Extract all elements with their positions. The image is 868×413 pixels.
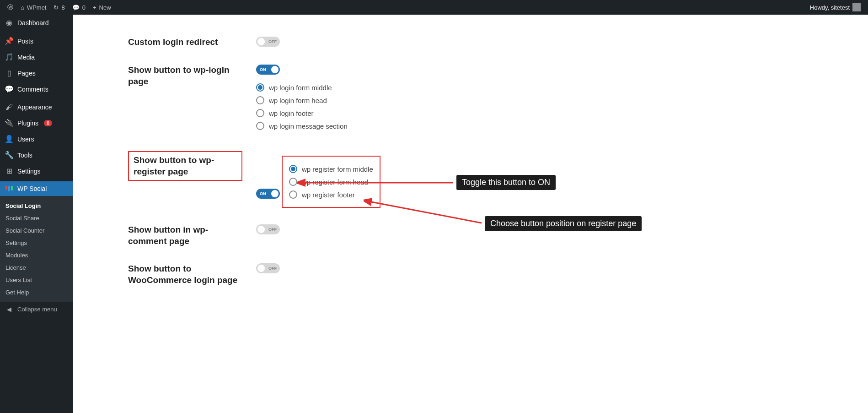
- page-icon: ▯: [5, 69, 14, 77]
- toggle-woocommerce[interactable]: OFF: [256, 263, 280, 273]
- submenu-wp-social: Social Login Social Share Social Counter…: [0, 196, 73, 302]
- radio-wp-login-head[interactable]: wp login form head: [256, 96, 868, 104]
- menu-pages[interactable]: ▯Pages: [0, 65, 73, 81]
- radio-circle-icon: [289, 190, 297, 199]
- plug-icon: 🔌: [5, 119, 14, 127]
- menu-wp-social[interactable]: WP Social: [0, 181, 73, 196]
- toggle-knob: [271, 190, 279, 197]
- updates-count: 8: [61, 4, 64, 11]
- avatar: [852, 3, 861, 11]
- toggle-on-text: ON: [260, 67, 266, 72]
- radio-label: wp login form middle: [269, 84, 332, 92]
- radio-wp-register-middle[interactable]: wp register form middle: [289, 165, 373, 173]
- menu-plugins[interactable]: 🔌Plugins8: [0, 115, 73, 131]
- submenu-social-counter[interactable]: Social Counter: [0, 224, 73, 237]
- submenu-social-share[interactable]: Social Share: [0, 212, 73, 224]
- setting-label: Show button to wp-login page: [128, 65, 256, 135]
- menu-comments[interactable]: 💬Comments: [0, 81, 73, 97]
- toggle-off-text: OFF: [268, 39, 277, 44]
- submenu-users-list[interactable]: Users List: [0, 274, 73, 286]
- new-text: New: [99, 4, 111, 11]
- plugins-badge: 8: [44, 120, 52, 126]
- menu-dashboard[interactable]: ◉Dashboard: [0, 15, 73, 31]
- wpsocial-icon: [5, 186, 14, 191]
- menu-label: Pages: [17, 70, 36, 77]
- comments-count: 0: [82, 4, 86, 11]
- menu-label: Dashboard: [17, 19, 49, 27]
- setting-label: Custom login redirect: [128, 37, 256, 48]
- site-name-link[interactable]: ⌂WPmet: [17, 0, 50, 15]
- settings-content: Custom login redirect OFF Show button to…: [73, 15, 868, 413]
- admin-sidebar: ◉Dashboard 📌Posts 🎵Media ▯Pages 💬Comment…: [0, 15, 73, 413]
- updates-link[interactable]: ↻8: [50, 0, 68, 15]
- annotation-choose-pos: Choose button position on register page: [485, 216, 642, 231]
- radio-wp-register-footer[interactable]: wp register footer: [289, 190, 373, 199]
- submenu-social-login[interactable]: Social Login: [0, 200, 73, 212]
- setting-label: Show button to WooCommerce login page: [128, 263, 256, 286]
- menu-label: Plugins: [17, 120, 38, 127]
- submenu-settings[interactable]: Settings: [0, 237, 73, 249]
- toggle-knob: [257, 265, 265, 272]
- menu-settings[interactable]: ⊞Settings: [0, 163, 73, 179]
- radio-circle-icon: [256, 83, 264, 92]
- dashboard-icon: ◉: [5, 18, 14, 27]
- menu-posts[interactable]: 📌Posts: [0, 33, 73, 49]
- collapse-label: Collapse menu: [17, 306, 57, 313]
- radio-label: wp login form head: [269, 97, 327, 104]
- setting-wp-login: Show button to wp-login page ON wp login…: [73, 56, 868, 143]
- toggle-wp-comment[interactable]: OFF: [256, 224, 280, 234]
- toggle-custom-login-redirect[interactable]: OFF: [256, 37, 280, 47]
- radio-label: wp register form middle: [302, 165, 373, 173]
- toggle-off-text: OFF: [268, 227, 277, 232]
- setting-custom-login-redirect: Custom login redirect OFF: [73, 28, 868, 56]
- brush-icon: 🖌: [5, 103, 14, 111]
- radio-wp-login-message[interactable]: wp login message section: [256, 122, 868, 130]
- menu-label: Media: [17, 54, 35, 61]
- submenu-modules[interactable]: Modules: [0, 249, 73, 261]
- collapse-menu[interactable]: ◀Collapse menu: [0, 302, 73, 316]
- radio-wp-login-middle[interactable]: wp login form middle: [256, 83, 868, 92]
- comment-icon: 💬: [5, 85, 14, 93]
- menu-users[interactable]: 👤Users: [0, 131, 73, 147]
- setting-label-highlight: Show button to wp-register page: [128, 151, 256, 181]
- admin-bar-account[interactable]: Howdy, sitetest: [806, 3, 864, 11]
- toggle-on-text: ON: [260, 191, 266, 196]
- comments-link[interactable]: 💬0: [69, 0, 89, 15]
- setting-label: Show button to wp-register page: [128, 151, 242, 181]
- radio-circle-icon: [256, 122, 264, 130]
- menu-media[interactable]: 🎵Media: [0, 49, 73, 65]
- menu-appearance[interactable]: 🖌Appearance: [0, 99, 73, 115]
- setting-woocommerce: Show button to WooCommerce login page OF…: [73, 255, 868, 294]
- comment-icon: 💬: [72, 4, 80, 11]
- refresh-icon: ↻: [54, 4, 59, 11]
- toggle-knob: [271, 66, 279, 73]
- menu-tools[interactable]: 🔧Tools: [0, 147, 73, 163]
- toggle-wp-register[interactable]: ON: [256, 189, 280, 199]
- radio-label: wp register footer: [302, 191, 355, 199]
- pin-icon: 📌: [5, 37, 14, 45]
- annotation-toggle-on: Toggle this button to ON: [456, 175, 556, 190]
- wp-logo[interactable]: ⓦ: [4, 0, 17, 15]
- radio-wp-register-head[interactable]: wp register form head: [289, 178, 373, 186]
- toggle-off-text: OFF: [268, 266, 277, 271]
- menu-label: Posts: [17, 38, 33, 45]
- menu-label: Tools: [17, 152, 32, 159]
- submenu-get-help[interactable]: Get Help: [0, 286, 73, 299]
- new-link[interactable]: +New: [89, 0, 115, 15]
- radio-list-wp-login: wp login form middle wp login form head …: [256, 83, 868, 130]
- submenu-license[interactable]: License: [0, 261, 73, 274]
- radio-circle-icon: [289, 165, 297, 173]
- howdy-text: Howdy, sitetest: [810, 4, 850, 11]
- collapse-icon: ◀: [5, 306, 14, 313]
- toggle-knob: [257, 38, 265, 45]
- radio-list-wp-register: wp register form middle wp register form…: [282, 156, 380, 208]
- menu-label: Users: [17, 136, 34, 143]
- radio-label: wp login message section: [269, 122, 348, 130]
- user-icon: 👤: [5, 135, 14, 143]
- setting-wp-comment: Show button in wp-comment page OFF: [73, 216, 868, 255]
- menu-label: WP Social: [17, 185, 47, 192]
- sliders-icon: ⊞: [5, 167, 14, 175]
- radio-wp-login-footer[interactable]: wp login footer: [256, 109, 868, 117]
- toggle-wp-login[interactable]: ON: [256, 65, 280, 75]
- setting-label: Show button in wp-comment page: [128, 224, 256, 247]
